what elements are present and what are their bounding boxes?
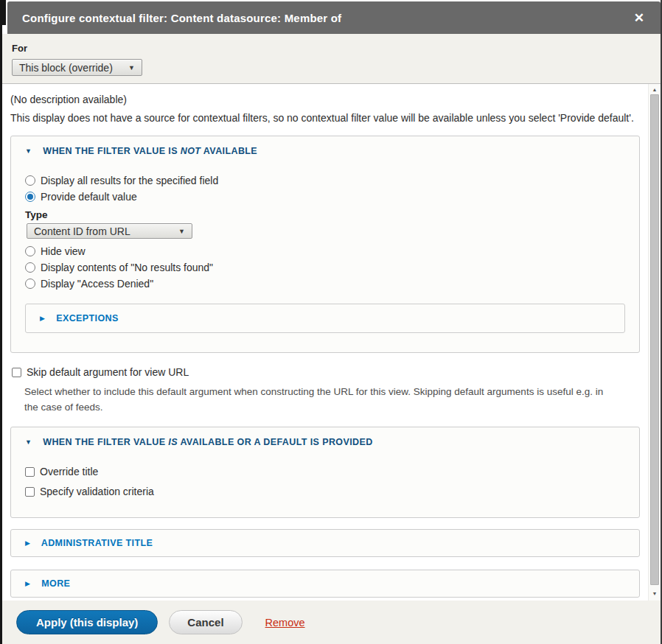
radio-label: Display "Access Denied" [41, 278, 153, 290]
checkbox-icon[interactable] [12, 368, 21, 377]
dialog-titlebar[interactable]: Configure contextual filter: Content dat… [7, 1, 661, 34]
type-label: Type [25, 209, 625, 220]
radio-label: Display contents of "No results found" [41, 262, 213, 273]
legend-text: WHEN THE FILTER VALUE IS [43, 146, 178, 156]
checkbox-override-title[interactable]: Override title [25, 463, 625, 480]
collapse-closed-icon: ▶ [40, 315, 45, 322]
default-type-select[interactable]: Content ID from URL ▼ [27, 223, 192, 239]
radio-icon[interactable] [25, 175, 35, 186]
configure-contextual-filter-dialog: Configure contextual filter: Content dat… [0, 0, 662, 644]
checkbox-icon[interactable] [25, 467, 35, 477]
radio-display-no-results[interactable]: Display contents of "No results found" [25, 259, 625, 276]
fieldset-exceptions: ▶ EXCEPTIONS [25, 304, 625, 333]
display-note-text: This display does not have a source for … [10, 111, 640, 125]
scroll-up-icon[interactable]: ▲ [649, 84, 661, 94]
legend-filter-value-available[interactable]: ▼ WHEN THE FILTER VALUE IS AVAILABLE OR … [25, 437, 625, 447]
radio-icon[interactable] [25, 262, 35, 273]
legend-more[interactable]: ▶ MORE [25, 578, 625, 589]
chevron-down-icon: ▼ [178, 228, 185, 235]
checkbox-icon[interactable] [25, 487, 35, 497]
scroll-down-icon[interactable]: ▼ [649, 588, 661, 598]
collapse-open-icon: ▼ [25, 147, 32, 155]
checkbox-label: Override title [40, 466, 98, 477]
legend-text: WHEN THE FILTER VALUE [43, 437, 165, 447]
for-select-value: This block (override) [19, 62, 113, 74]
radio-hide-view[interactable]: Hide view [25, 243, 625, 259]
checkbox-label: Specify validation criteria [40, 486, 154, 497]
legend-text: AVAILABLE [203, 146, 257, 156]
scrollbar-thumb[interactable] [650, 94, 659, 585]
radio-display-all-results[interactable]: Display all results for the specified fi… [25, 172, 625, 189]
checkbox-skip-default-argument[interactable]: Skip default argument for view URL [12, 365, 640, 379]
dialog-content: (No description available) This display … [2, 84, 648, 601]
type-select-value: Content ID from URL [34, 225, 130, 237]
fieldset-administrative-title: ▶ ADMINISTRATIVE TITLE [10, 529, 640, 557]
legend-exceptions[interactable]: ▶ EXCEPTIONS [40, 313, 610, 323]
dialog-title: Configure contextual filter: Content dat… [22, 12, 341, 24]
page-background-corner [0, 0, 6, 25]
legend-text: EXCEPTIONS [56, 313, 119, 323]
legend-text: AVAILABLE OR A DEFAULT IS PROVIDED [180, 437, 372, 447]
legend-filter-value-not-available[interactable]: ▼ WHEN THE FILTER VALUE IS NOT AVAILABLE [25, 146, 625, 156]
collapse-closed-icon: ▶ [25, 539, 30, 547]
for-select[interactable]: This block (override) ▼ [12, 59, 142, 76]
legend-emphasis: IS [168, 437, 178, 447]
checkbox-specify-validation-criteria[interactable]: Specify validation criteria [25, 483, 625, 500]
for-label: For [12, 43, 661, 54]
collapse-closed-icon: ▶ [25, 580, 30, 587]
radio-label: Hide view [41, 245, 86, 257]
radio-icon[interactable] [25, 279, 35, 289]
chevron-down-icon: ▼ [128, 64, 135, 71]
radio-icon[interactable] [25, 192, 35, 202]
radio-label: Display all results for the specified fi… [41, 175, 218, 186]
radio-provide-default-value[interactable]: Provide default value [25, 189, 625, 205]
close-icon[interactable]: ✕ [630, 9, 649, 27]
for-section: For This block (override) ▼ [2, 34, 661, 84]
remove-link[interactable]: Remove [265, 617, 305, 629]
radio-label: Provide default value [41, 191, 137, 203]
legend-administrative-title[interactable]: ▶ ADMINISTRATIVE TITLE [25, 538, 625, 548]
cancel-button[interactable]: Cancel [169, 610, 242, 634]
apply-button[interactable]: Apply (this display) [16, 610, 158, 634]
fieldset-more: ▶ MORE [10, 570, 640, 598]
fieldset-filter-value-not-available: ▼ WHEN THE FILTER VALUE IS NOT AVAILABLE… [10, 136, 640, 353]
fieldset-filter-value-available: ▼ WHEN THE FILTER VALUE IS AVAILABLE OR … [10, 427, 640, 518]
radio-icon[interactable] [25, 246, 35, 256]
no-description-text: (No description available) [10, 94, 640, 105]
checkbox-label: Skip default argument for view URL [27, 366, 189, 378]
dialog-footer: Apply (this display) Cancel Remove [2, 601, 661, 644]
legend-emphasis: NOT [181, 146, 201, 156]
page-background-edge [0, 0, 2, 644]
legend-text: ADMINISTRATIVE TITLE [41, 538, 153, 548]
radio-display-access-denied[interactable]: Display "Access Denied" [25, 276, 625, 292]
scrollbar[interactable]: ▲ ▼ [648, 84, 661, 601]
collapse-open-icon: ▼ [25, 438, 32, 446]
legend-text: MORE [41, 578, 70, 589]
skip-default-description: Select whether to include this default a… [24, 384, 610, 415]
